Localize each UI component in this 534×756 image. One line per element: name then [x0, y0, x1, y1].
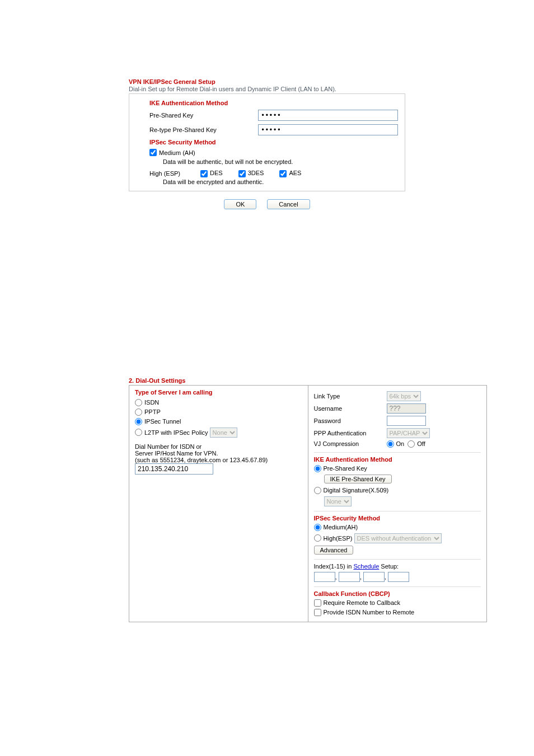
3des-checkbox[interactable]: [238, 170, 246, 177]
dial-label-3: (such as 5551234, draytek.com or 123.45.…: [135, 457, 302, 463]
ipsec-radio[interactable]: [135, 418, 142, 425]
vj-off-label: Off: [417, 440, 425, 447]
digsig-select[interactable]: None: [324, 496, 352, 506]
password-input[interactable]: [387, 416, 426, 426]
panel-subtitle: Dial-in Set up for Remote Dial-in users …: [129, 86, 405, 92]
medium-label-2: Medium(AH): [324, 524, 358, 530]
vj-label: VJ Compression: [314, 440, 387, 447]
pptp-label: PPTP: [144, 408, 161, 415]
username-label: Username: [314, 405, 387, 412]
vj-off-radio[interactable]: [407, 440, 415, 448]
callback-heading: Callback Function (CBCP): [314, 590, 481, 597]
vpn-general-setup-panel: VPN IKE/IPSec General Setup Dial-in Set …: [129, 78, 405, 209]
psk-label: Pre-Shared Key: [149, 112, 258, 119]
ipsec-heading: IPSec Security Method: [149, 139, 398, 145]
l2tp-radio[interactable]: [135, 429, 142, 436]
psk-input[interactable]: [258, 110, 398, 121]
pppauth-select[interactable]: PAP/CHAP: [387, 428, 430, 438]
high-esp-label: High (ESP): [149, 170, 180, 177]
isdn-label: ISDN: [144, 399, 159, 406]
callback-provide-label: Provide ISDN Number to Remote: [324, 609, 415, 616]
ike-head-2: IKE Authentication Method: [314, 456, 481, 463]
medium-desc: Data will be authentic, but will not be …: [163, 158, 398, 165]
medium-ah-label: Medium (AH): [159, 149, 195, 156]
high-esp-select[interactable]: DES without Authentication: [354, 533, 442, 543]
dial-input[interactable]: [135, 463, 213, 475]
sched-1-input[interactable]: [314, 572, 335, 582]
dial-label-2: Server IP/Host Name for VPN.: [135, 450, 302, 457]
psk-label-2: Pre-Shared Key: [324, 465, 367, 472]
aes-label: AES: [289, 170, 301, 176]
isdn-radio[interactable]: [135, 399, 142, 406]
linktype-label: Link Type: [314, 393, 387, 400]
high-label-2: High(ESP): [324, 535, 353, 542]
dial-label-1: Dial Number for ISDN or: [135, 443, 302, 450]
digsig-radio[interactable]: [314, 487, 321, 494]
ipsec-head-2: IPSec Security Method: [314, 515, 481, 522]
sched-post: Setup:: [379, 563, 399, 570]
ok-button[interactable]: OK: [224, 199, 256, 209]
digsig-label: Digital Signature(X.509): [324, 487, 389, 494]
server-type-heading: Type of Server I am calling: [135, 389, 302, 396]
psk-radio[interactable]: [314, 465, 321, 472]
panel2-title: 2. Dial-Out Settings: [129, 377, 487, 384]
high-radio[interactable]: [314, 534, 321, 542]
aes-checkbox[interactable]: [279, 170, 287, 177]
callback-require-checkbox[interactable]: [314, 599, 321, 607]
repsk-input[interactable]: [258, 124, 398, 135]
ipsec-label: IPSec Tunnel: [144, 418, 181, 425]
pptp-radio[interactable]: [135, 408, 142, 416]
ike-auth-heading: IKE Authentication Method: [149, 100, 398, 106]
vj-on-label: On: [396, 440, 405, 447]
linktype-select[interactable]: 64k bps: [387, 391, 421, 401]
callback-provide-checkbox[interactable]: [314, 609, 321, 616]
medium-ah-checkbox[interactable]: [149, 149, 157, 156]
dial-out-table: Type of Server I am calling ISDN PPTP IP…: [129, 385, 487, 622]
sched-pre: Index(1-15) in: [314, 563, 354, 570]
left-cell: Type of Server I am calling ISDN PPTP IP…: [129, 385, 308, 622]
panel-title: VPN IKE/IPSec General Setup: [129, 78, 405, 85]
schedule-link[interactable]: Schedule: [353, 563, 379, 570]
repsk-label: Re-type Pre-Shared Key: [149, 126, 258, 133]
high-desc: Data will be encrypted and authentic.: [163, 179, 398, 185]
advanced-button[interactable]: Advanced: [314, 546, 354, 555]
l2tp-policy-select[interactable]: None: [210, 428, 237, 438]
right-cell: Link Type 64k bps Username Password PPP …: [308, 385, 487, 622]
sched-4-input[interactable]: [388, 572, 409, 582]
l2tp-label: L2TP with IPSec Policy: [144, 429, 208, 436]
vj-on-radio[interactable]: [387, 440, 394, 448]
sched-2-input[interactable]: [339, 572, 360, 582]
settings-box: IKE Authentication Method Pre-Shared Key…: [129, 93, 405, 191]
medium-radio[interactable]: [314, 524, 321, 531]
callback-require-label: Require Remote to Callback: [324, 599, 401, 606]
dial-out-settings-panel: 2. Dial-Out Settings Type of Server I am…: [129, 377, 487, 622]
ike-psk-button[interactable]: IKE Pre-Shared Key: [324, 475, 392, 483]
3des-label: 3DES: [248, 170, 264, 176]
cancel-button[interactable]: Cancel: [267, 199, 310, 209]
username-input[interactable]: [387, 403, 426, 414]
sched-3-input[interactable]: [363, 572, 385, 582]
des-label: DES: [210, 170, 223, 176]
pppauth-label: PPP Authentication: [314, 430, 387, 436]
des-checkbox[interactable]: [200, 170, 208, 177]
password-label: Password: [314, 417, 387, 424]
